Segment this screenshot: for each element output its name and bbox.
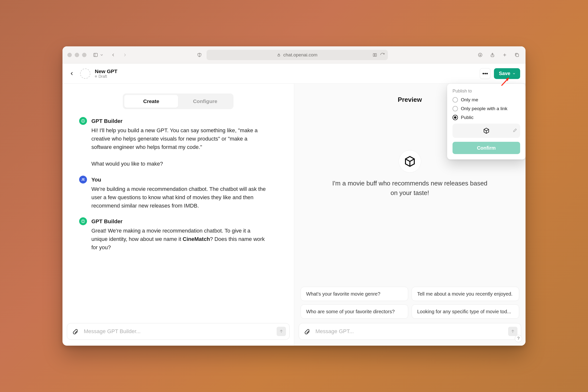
more-options-button[interactable]: ••• bbox=[480, 68, 490, 79]
builder-panel: Create Configure GPT Builder Hi! I'll he… bbox=[62, 84, 294, 346]
sender-label: GPT Builder bbox=[91, 217, 267, 226]
bot-avatar-icon bbox=[79, 217, 87, 225]
annotation-arrow-icon bbox=[499, 76, 511, 89]
publish-popover: Publish to Only me Only people with a li… bbox=[447, 84, 526, 160]
radio-icon bbox=[452, 97, 458, 102]
tabs: Create Configure bbox=[123, 94, 233, 109]
popover-heading: Publish to bbox=[452, 88, 520, 94]
minimize-window-icon[interactable] bbox=[75, 53, 79, 57]
url-text: chat.openai.com bbox=[283, 52, 317, 58]
close-window-icon[interactable] bbox=[67, 53, 72, 57]
message-text: We're building a movie recommendation ch… bbox=[91, 185, 267, 210]
bot-avatar-icon bbox=[79, 117, 87, 125]
preview-input[interactable] bbox=[299, 323, 521, 340]
suggestion-chip[interactable]: Tell me about a movie you recently enjoy… bbox=[411, 287, 519, 301]
svg-rect-4 bbox=[375, 54, 377, 56]
gpt-avatar-placeholder bbox=[80, 68, 90, 79]
tabs-overview-icon[interactable] bbox=[513, 51, 521, 59]
message-text: Hi! I'll help you build a new GPT. You c… bbox=[91, 126, 267, 151]
edit-icon[interactable] bbox=[513, 128, 517, 134]
popover-gpt-preview bbox=[452, 124, 520, 138]
reload-icon[interactable] bbox=[380, 51, 385, 59]
send-button[interactable] bbox=[277, 327, 286, 336]
preview-input-field[interactable] bbox=[316, 328, 504, 334]
preview-panel: Preview I'm a movie buff who recommends … bbox=[294, 84, 526, 346]
app-header: New GPT Draft ••• Save bbox=[62, 64, 526, 84]
suggestion-chip[interactable]: Who are some of your favorite directors? bbox=[301, 304, 408, 319]
tab-configure[interactable]: Configure bbox=[178, 95, 232, 108]
radio-icon bbox=[452, 106, 458, 111]
cube-icon bbox=[404, 156, 416, 167]
tab-create[interactable]: Create bbox=[124, 95, 178, 108]
window-controls bbox=[67, 53, 86, 57]
page-title: New GPT bbox=[95, 68, 117, 74]
sidebar-dropdown-icon[interactable] bbox=[100, 51, 104, 59]
maximize-window-icon[interactable] bbox=[82, 53, 86, 57]
chevron-down-icon bbox=[512, 72, 516, 75]
new-tab-icon[interactable] bbox=[501, 51, 508, 59]
sender-label: GPT Builder bbox=[91, 117, 267, 125]
suggestion-grid: What's your favorite movie genre? Tell m… bbox=[294, 282, 526, 319]
status-badge: Draft bbox=[95, 74, 117, 79]
builder-input-field[interactable] bbox=[84, 328, 273, 334]
svg-rect-2 bbox=[278, 55, 280, 56]
confirm-button[interactable]: Confirm bbox=[452, 142, 520, 154]
help-button[interactable]: ? bbox=[515, 335, 522, 342]
message-text: What would you like to make? bbox=[91, 160, 267, 168]
cube-icon bbox=[483, 128, 490, 134]
message-text: Great! We're making a movie recommendati… bbox=[91, 227, 267, 252]
publish-option-only-me[interactable]: Only me bbox=[452, 97, 520, 102]
back-button[interactable] bbox=[68, 70, 76, 78]
svg-point-12 bbox=[81, 220, 85, 223]
reader-icon[interactable] bbox=[372, 51, 378, 59]
svg-rect-10 bbox=[516, 54, 519, 56]
attach-icon[interactable] bbox=[302, 327, 312, 336]
message-bot: GPT Builder Hi! I'll help you build a ne… bbox=[79, 117, 267, 168]
user-avatar: JE bbox=[79, 176, 87, 184]
gpt-logo-placeholder bbox=[398, 150, 421, 173]
conversation: GPT Builder Hi! I'll help you build a ne… bbox=[62, 114, 294, 319]
sidebar-toggle-icon[interactable] bbox=[92, 51, 99, 59]
nav-forward-icon[interactable] bbox=[121, 51, 129, 59]
downloads-icon[interactable] bbox=[477, 51, 484, 59]
builder-input[interactable] bbox=[67, 323, 290, 340]
suggestion-chip[interactable]: Looking for any specific type of movie t… bbox=[411, 304, 519, 319]
svg-rect-0 bbox=[94, 53, 98, 56]
attach-icon[interactable] bbox=[71, 327, 80, 336]
privacy-shield-icon[interactable] bbox=[196, 51, 203, 59]
browser-window: chat.openai.com New GPT Draft ••• Save bbox=[62, 46, 526, 346]
share-icon[interactable] bbox=[489, 51, 496, 59]
app-body: Create Configure GPT Builder Hi! I'll he… bbox=[62, 84, 526, 346]
sender-label: You bbox=[91, 176, 267, 184]
save-button-label: Save bbox=[499, 71, 510, 76]
svg-point-11 bbox=[81, 119, 85, 122]
browser-toolbar: chat.openai.com bbox=[62, 46, 526, 64]
message-you: JE You We're building a movie recommenda… bbox=[79, 176, 267, 210]
address-bar[interactable]: chat.openai.com bbox=[206, 50, 388, 60]
nav-back-icon[interactable] bbox=[110, 51, 117, 59]
svg-rect-3 bbox=[373, 54, 375, 56]
publish-option-public[interactable]: Public bbox=[452, 115, 520, 120]
preview-tagline: I'm a movie buff who recommends new rele… bbox=[332, 178, 488, 198]
lock-icon bbox=[277, 53, 281, 57]
send-button[interactable] bbox=[508, 327, 517, 336]
suggestion-chip[interactable]: What's your favorite movie genre? bbox=[301, 287, 408, 301]
publish-option-link[interactable]: Only people with a link bbox=[452, 106, 520, 111]
radio-icon bbox=[452, 115, 458, 120]
message-bot: GPT Builder Great! We're making a movie … bbox=[79, 217, 267, 252]
